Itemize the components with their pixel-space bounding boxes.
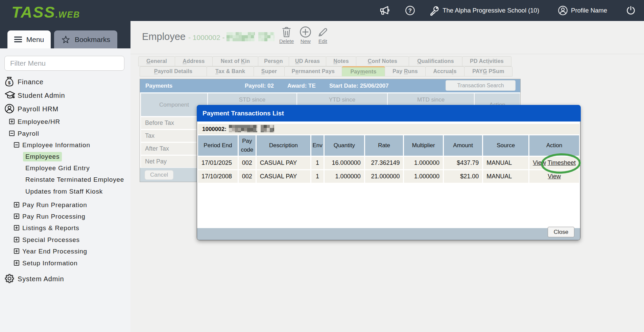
cell-period-end: 17/01/2025 bbox=[198, 157, 238, 169]
modal-employee-line: 1000002: bbox=[198, 124, 579, 134]
collapse-minus-icon[interactable] bbox=[9, 131, 15, 136]
cancel-button[interactable]: Cancel bbox=[145, 170, 173, 180]
view-link[interactable]: View bbox=[548, 173, 561, 180]
panel-payroll-label: Payroll: 02 bbox=[245, 83, 274, 89]
pencil-icon bbox=[317, 26, 328, 38]
tab-tax-bank[interactable]: Tax & Bank bbox=[207, 66, 254, 76]
cell-quantity: 1.000000 bbox=[325, 170, 364, 183]
school-name-label: The Alpha Progressive School (10) bbox=[443, 7, 539, 14]
sidebar-item-label: Reinstate Terminated Employee bbox=[25, 176, 124, 183]
tab-pay-runs[interactable]: Pay Runs bbox=[385, 66, 426, 76]
tab-person[interactable]: Person bbox=[258, 56, 289, 66]
tab-address[interactable]: Address bbox=[175, 56, 213, 66]
view-link[interactable]: View bbox=[533, 159, 546, 166]
sidebar-item-label: System Admin bbox=[18, 275, 64, 283]
tab-pd-activities[interactable]: PD Activities bbox=[462, 56, 511, 66]
user-icon bbox=[558, 5, 568, 16]
sidebar-item-label: Pay Run Processing bbox=[22, 213, 86, 220]
cell-multiplier: 1.000000 bbox=[404, 157, 443, 169]
transactions-header-row: Period EndPay codeDescriptionEnvQuantity… bbox=[198, 135, 579, 156]
hamburger-icon bbox=[14, 35, 22, 44]
tab-payroll-details[interactable]: Payroll Details bbox=[140, 66, 207, 76]
transactions-column-action: Action bbox=[529, 135, 579, 156]
sidebar-item-label: Updates from Staff Kiosk bbox=[25, 188, 103, 195]
tab-general[interactable]: General bbox=[138, 56, 175, 66]
tab-permanent-pays[interactable]: Permanent Pays bbox=[284, 66, 342, 76]
sidebar-item-label: Employees bbox=[23, 152, 62, 161]
header-divider bbox=[130, 54, 644, 54]
expand-plus-icon[interactable] bbox=[14, 237, 19, 242]
profile-menu[interactable]: Profile Name bbox=[558, 5, 607, 16]
column-header-label: MTD since bbox=[388, 96, 474, 103]
transactions-column-env: Env bbox=[311, 135, 324, 156]
transaction-search-button[interactable]: Transaction Search bbox=[446, 80, 516, 91]
column-header-label: STD since bbox=[208, 96, 296, 103]
toolbar-button-label: New bbox=[301, 38, 311, 44]
cell-description: CASUAL PAY bbox=[257, 157, 310, 169]
profile-name-label: Profile Name bbox=[571, 7, 607, 14]
power-icon[interactable] bbox=[626, 5, 636, 16]
page-title-text: Employee bbox=[142, 31, 186, 42]
cell-pay-code: 002 bbox=[239, 157, 256, 169]
tab-ud-areas[interactable]: UD Areas bbox=[289, 56, 326, 66]
cell-multiplier: 1.000000 bbox=[404, 170, 443, 183]
cell-quantity: 16.000000 bbox=[325, 157, 364, 169]
page-title: Employee - 1000002 - bbox=[142, 31, 275, 43]
collapse-minus-icon[interactable] bbox=[14, 142, 19, 148]
sidebar: $FinanceStudent AdminPayroll HRMEmployee… bbox=[0, 48, 130, 332]
tass-web-logo: TASS.WEB bbox=[11, 3, 80, 21]
megaphone-icon[interactable] bbox=[380, 5, 391, 16]
transactions-column-multiplier: Multiplier bbox=[404, 135, 443, 156]
expand-plus-icon[interactable] bbox=[14, 225, 19, 230]
payments-panel-header: Payments Payroll: 02 Award: TE Start Dat… bbox=[140, 79, 520, 92]
panel-title: Payments bbox=[145, 83, 172, 89]
sidebar-item-label: Payroll HRM bbox=[18, 105, 58, 113]
tab-qualifications[interactable]: Qualifications bbox=[409, 56, 462, 66]
star-icon bbox=[61, 35, 70, 44]
logo-tass-text: TASS bbox=[11, 3, 55, 21]
expand-plus-icon[interactable] bbox=[14, 202, 19, 207]
tab-row-1: GeneralAddressNext of KinPersonUD AreasN… bbox=[138, 56, 511, 66]
employee-id-label: - 1000002 - bbox=[188, 34, 224, 41]
edit-button[interactable]: Edit bbox=[317, 26, 328, 44]
school-selector[interactable]: The Alpha Progressive School (10) bbox=[429, 5, 539, 16]
timesheet-link[interactable]: Timesheet bbox=[548, 159, 576, 166]
tab-next-of-kin[interactable]: Next of Kin bbox=[212, 56, 258, 66]
close-button[interactable]: Close bbox=[548, 227, 574, 237]
modal-employee-id: 1000002: bbox=[202, 126, 226, 132]
svg-text:?: ? bbox=[408, 7, 412, 14]
new-button[interactable]: New bbox=[300, 26, 311, 44]
expand-plus-icon[interactable] bbox=[14, 248, 19, 254]
sidebar-item-label: Special Processes bbox=[22, 236, 80, 244]
tab-menu[interactable]: Menu bbox=[7, 30, 51, 48]
tab-bookmarks[interactable]: Bookmarks bbox=[54, 30, 117, 48]
tab-conf-notes[interactable]: Conf Notes bbox=[356, 56, 409, 66]
tab-super[interactable]: Super bbox=[254, 66, 285, 76]
cell-source: MANUAL bbox=[483, 170, 528, 183]
key-icon bbox=[429, 5, 439, 16]
main-content: Employee - 1000002 - DeleteNewEdit Gener… bbox=[130, 21, 644, 332]
svg-text:$: $ bbox=[8, 80, 11, 85]
tab-payg-psum[interactable]: PAYG PSum bbox=[464, 66, 512, 76]
logo-web-text: .WEB bbox=[55, 10, 80, 19]
menu-tab-label: Menu bbox=[26, 36, 44, 44]
transactions-column-description: Description bbox=[257, 135, 310, 156]
delete-button[interactable]: Delete bbox=[279, 26, 294, 44]
filter-menu-input[interactable] bbox=[4, 56, 124, 71]
sidebar-item-label: Listings & Reports bbox=[22, 224, 79, 232]
tab-accruals[interactable]: Accruals bbox=[425, 66, 464, 76]
transactions-column-rate: Rate bbox=[365, 135, 403, 156]
plus-circle-icon bbox=[300, 26, 311, 38]
column-header-label: YTD since bbox=[297, 96, 387, 103]
expand-plus-icon[interactable] bbox=[14, 214, 19, 219]
cell-amount: $437.79 bbox=[444, 157, 482, 169]
cell-description: CASUAL PAY bbox=[257, 170, 310, 183]
help-icon[interactable]: ? bbox=[405, 5, 415, 16]
toolbar-button-label: Edit bbox=[318, 38, 327, 44]
topbar-right-cluster: ? The Alpha Progressive School (10) bbox=[380, 0, 644, 21]
tab-payments[interactable]: Payments bbox=[342, 66, 385, 76]
expand-plus-icon[interactable] bbox=[14, 260, 19, 266]
tab-notes[interactable]: Notes bbox=[326, 56, 356, 66]
payment-transactions-modal: Payment Transactions List 1000002: Perio… bbox=[197, 105, 580, 240]
expand-plus-icon[interactable] bbox=[9, 119, 15, 124]
